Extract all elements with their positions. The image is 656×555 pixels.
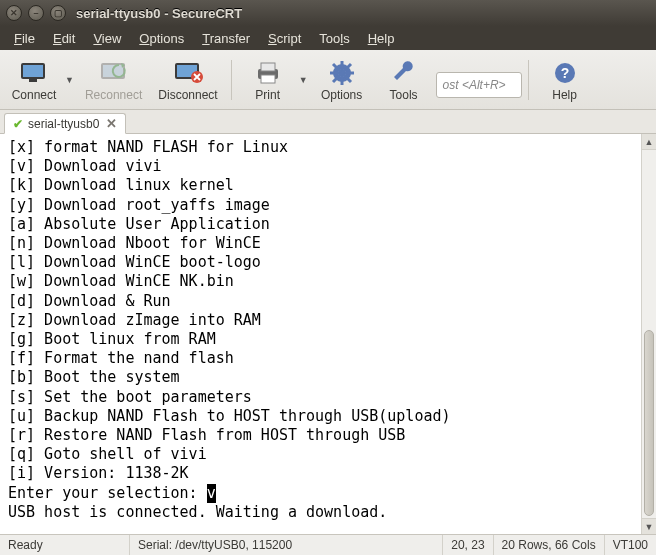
- check-icon: ✔: [13, 117, 23, 131]
- toolbar-separator: [231, 60, 232, 100]
- menu-edit[interactable]: Edit: [45, 29, 83, 48]
- toolbar-reconnect-label: Reconnect: [85, 88, 142, 102]
- status-serial: Serial: /dev/ttyUSB0, 115200: [130, 535, 443, 555]
- terminal-area: [x] format NAND FLASH for Linux [v] Down…: [0, 134, 656, 534]
- toolbar-separator: [528, 60, 529, 100]
- menu-view[interactable]: View: [85, 29, 129, 48]
- status-cursor-pos: 20, 23: [443, 535, 493, 555]
- svg-rect-9: [261, 63, 275, 71]
- wrench-icon: [392, 59, 416, 87]
- toolbar-disconnect-button[interactable]: Disconnect: [151, 53, 224, 107]
- monitor-disconnect-icon: [173, 59, 203, 87]
- toolbar-options-label: Options: [321, 88, 362, 102]
- toolbar-tools-label: Tools: [390, 88, 418, 102]
- status-bar: Ready Serial: /dev/ttyUSB0, 115200 20, 2…: [0, 534, 656, 555]
- toolbar-print-label: Print: [255, 88, 280, 102]
- toolbar-help-label: Help: [552, 88, 577, 102]
- tab-label: serial-ttyusb0: [28, 117, 99, 131]
- svg-text:?: ?: [560, 65, 569, 81]
- toolbar-tools-button[interactable]: Tools: [374, 53, 434, 107]
- status-emulation: VT100: [605, 535, 656, 555]
- toolbar-reconnect-button: Reconnect: [78, 53, 149, 107]
- vertical-scrollbar[interactable]: ▲ ▼: [641, 134, 656, 534]
- monitor-reconnect-icon: [99, 59, 129, 87]
- menu-file[interactable]: File: [6, 29, 43, 48]
- printer-icon: [254, 59, 282, 87]
- session-tab[interactable]: ✔ serial-ttyusb0 ✕: [4, 113, 126, 134]
- status-size: 20 Rows, 66 Cols: [494, 535, 605, 555]
- menu-help[interactable]: Help: [360, 29, 403, 48]
- toolbar-print-button[interactable]: Print: [238, 53, 298, 107]
- menu-tools[interactable]: Tools: [311, 29, 357, 48]
- scroll-up-button[interactable]: ▲: [642, 134, 656, 150]
- toolbar-connect-label: Connect: [12, 88, 57, 102]
- monitor-connect-icon: [19, 59, 49, 87]
- window-title: serial-ttyusb0 - SecureCRT: [76, 6, 242, 21]
- window-maximize-button[interactable]: ▢: [50, 5, 66, 21]
- menu-options[interactable]: Options: [131, 29, 192, 48]
- gear-icon: [330, 59, 354, 87]
- host-placeholder: ost <Alt+R>: [443, 78, 506, 92]
- svg-rect-2: [29, 79, 37, 82]
- status-ready: Ready: [0, 535, 130, 555]
- window-close-button[interactable]: ✕: [6, 5, 22, 21]
- terminal[interactable]: [x] format NAND FLASH for Linux [v] Down…: [0, 134, 641, 534]
- toolbar: Connect ▼ Reconnect Disconnect Print ▼ O…: [0, 50, 656, 110]
- scrollbar-thumb[interactable]: [644, 330, 654, 516]
- host-input[interactable]: ost <Alt+R>: [436, 72, 522, 98]
- tab-bar: ✔ serial-ttyusb0 ✕: [0, 110, 656, 134]
- window-titlebar: ✕ – ▢ serial-ttyusb0 - SecureCRT: [0, 0, 656, 26]
- chevron-down-icon[interactable]: ▼: [298, 75, 310, 85]
- scroll-down-button[interactable]: ▼: [642, 518, 656, 534]
- menu-transfer[interactable]: Transfer: [194, 29, 258, 48]
- toolbar-options-button[interactable]: Options: [312, 53, 372, 107]
- window-minimize-button[interactable]: –: [28, 5, 44, 21]
- toolbar-disconnect-label: Disconnect: [158, 88, 217, 102]
- toolbar-help-button[interactable]: ? Help: [535, 53, 595, 107]
- chevron-down-icon[interactable]: ▼: [64, 75, 76, 85]
- close-tab-icon[interactable]: ✕: [106, 116, 117, 131]
- toolbar-connect-button[interactable]: Connect: [4, 53, 64, 107]
- menu-bar: File Edit View Options Transfer Script T…: [0, 26, 656, 50]
- menu-script[interactable]: Script: [260, 29, 309, 48]
- help-icon: ?: [553, 59, 577, 87]
- svg-rect-1: [23, 65, 43, 77]
- svg-rect-10: [261, 75, 275, 83]
